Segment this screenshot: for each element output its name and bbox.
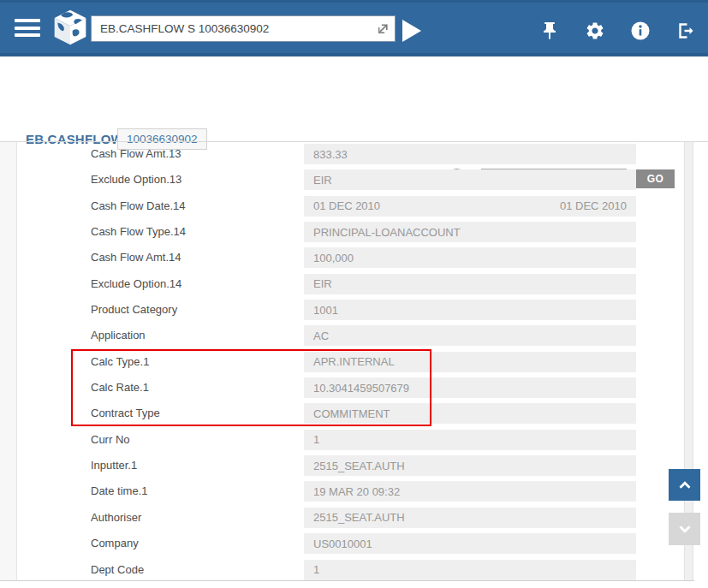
field-value-text: 100,000 — [313, 252, 354, 264]
field-label: Inputter.1 — [91, 455, 137, 476]
field-value-text: 01 DEC 2010 — [313, 199, 380, 212]
record-field-list: Cash Flow Amt.13 833.33 Exclude Option.1… — [0, 144, 708, 585]
field-value-text: PRINCIPAL-LOANACCOUNT — [313, 226, 461, 239]
field-row: Inputter.1 2515_SEAT.AUTH — [0, 455, 708, 476]
field-label: Date time.1 — [91, 481, 147, 502]
field-value-text: AC — [313, 330, 329, 342]
field-row: Curr No 1 — [0, 430, 708, 450]
field-row: Contract Type COMMITMENT — [0, 403, 708, 424]
field-value: US0010001 — [304, 533, 636, 554]
field-value-text: 2515_SEAT.AUTH — [313, 511, 405, 524]
field-row: Exclude Option.13 EIR — [0, 169, 708, 190]
field-row: Dept Code 1 — [0, 560, 708, 580]
field-label: Application — [91, 325, 146, 346]
field-row: Calc Rate.1 10.3041459507679 — [0, 377, 708, 398]
field-value-text: 833.33 — [313, 148, 348, 161]
field-label: Cash Flow Type.14 — [91, 222, 186, 242]
scroll-down-button[interactable] — [669, 513, 700, 545]
field-value-text: 19 MAR 20 09:32 — [313, 485, 400, 498]
field-value: PRINCIPAL-LOANACCOUNT — [304, 222, 636, 242]
page-header: EB.CASHFLOW 10036630902 ? - Please Selec… — [0, 56, 708, 141]
field-value-text: 10.3041459507679 — [313, 382, 409, 395]
content-bottom-border — [0, 580, 694, 581]
field-value: 2515_SEAT.AUTH — [304, 455, 636, 476]
field-row: Calc Type.1 APR.INTERNAL — [0, 352, 708, 372]
topbar — [0, 0, 708, 56]
field-label: Cash Flow Amt.13 — [91, 144, 181, 164]
field-row: Application AC — [0, 325, 708, 346]
field-value: 19 MAR 20 09:32 — [304, 481, 636, 502]
field-row: Date time.1 19 MAR 20 09:32 — [0, 481, 708, 502]
field-value: 1 — [304, 560, 636, 580]
field-label: Dept Code — [91, 560, 144, 580]
field-row: Cash Flow Amt.13 833.33 — [0, 144, 708, 164]
command-input[interactable] — [91, 15, 396, 42]
field-value: 100,000 — [304, 247, 636, 268]
field-value-text: 1 — [313, 433, 319, 446]
field-value-text: 1001 — [313, 304, 338, 317]
globe-cube-logo-icon[interactable] — [51, 8, 89, 47]
field-value-text: EIR — [313, 277, 332, 290]
field-label: Company — [91, 533, 139, 554]
command-line — [91, 15, 396, 42]
field-row: Company US0010001 — [0, 533, 708, 554]
field-value: 10.3041459507679 — [304, 377, 636, 398]
field-label: Exclude Option.14 — [91, 274, 181, 294]
field-row: Product Category 1001 — [0, 300, 708, 320]
field-value-text: 2515_SEAT.AUTH — [313, 460, 405, 472]
menu-icon[interactable] — [15, 19, 40, 39]
run-play-icon[interactable] — [402, 20, 421, 42]
field-value: 833.33 — [304, 144, 636, 164]
field-label: Calc Type.1 — [91, 352, 149, 372]
field-value: 2515_SEAT.AUTH — [304, 508, 636, 528]
chevron-up-icon — [675, 476, 694, 495]
field-label: Authoriser — [91, 508, 141, 528]
field-value: EIR — [304, 274, 636, 294]
field-value: 01 DEC 2010 01 DEC 2010 — [304, 196, 636, 217]
sign-off-icon[interactable] — [675, 21, 696, 41]
field-value: 1001 — [304, 300, 636, 320]
field-value: EIR — [304, 169, 636, 190]
field-value: COMMITMENT — [304, 403, 636, 424]
chevron-down-icon — [675, 520, 694, 538]
field-value-text: EIR — [313, 174, 332, 187]
field-value-text: 1 — [313, 563, 319, 576]
field-label: Calc Rate.1 — [91, 377, 149, 398]
field-value: 1 — [304, 430, 636, 450]
field-label: Product Category — [91, 300, 177, 320]
field-label: Contract Type — [91, 403, 160, 424]
field-row: Exclude Option.14 EIR — [0, 274, 708, 294]
field-row: Cash Flow Type.14 PRINCIPAL-LOANACCOUNT — [0, 222, 708, 242]
info-icon[interactable] — [630, 21, 651, 41]
field-label: Cash Flow Amt.14 — [91, 247, 181, 268]
header-divider — [0, 141, 708, 142]
field-row: Cash Flow Amt.14 100,000 — [0, 247, 708, 268]
field-value-secondary: 01 DEC 2010 — [560, 199, 627, 212]
gear-icon[interactable] — [585, 21, 605, 41]
field-label: Curr No — [91, 430, 130, 450]
topbar-right-icons — [539, 21, 696, 41]
field-label: Cash Flow Date.14 — [91, 196, 186, 217]
pin-icon[interactable] — [539, 21, 560, 41]
launch-icon[interactable] — [376, 21, 390, 36]
field-label: Exclude Option.13 — [91, 169, 181, 190]
field-value-text: COMMITMENT — [313, 407, 390, 420]
field-value-text: APR.INTERNAL — [313, 355, 395, 368]
field-value-text: US0010001 — [313, 538, 372, 550]
field-value: APR.INTERNAL — [304, 352, 636, 372]
field-row: Authoriser 2515_SEAT.AUTH — [0, 508, 708, 528]
field-value: AC — [304, 325, 636, 346]
field-row: Cash Flow Date.14 01 DEC 2010 01 DEC 201… — [0, 196, 708, 217]
scroll-to-top-button[interactable] — [669, 469, 700, 501]
